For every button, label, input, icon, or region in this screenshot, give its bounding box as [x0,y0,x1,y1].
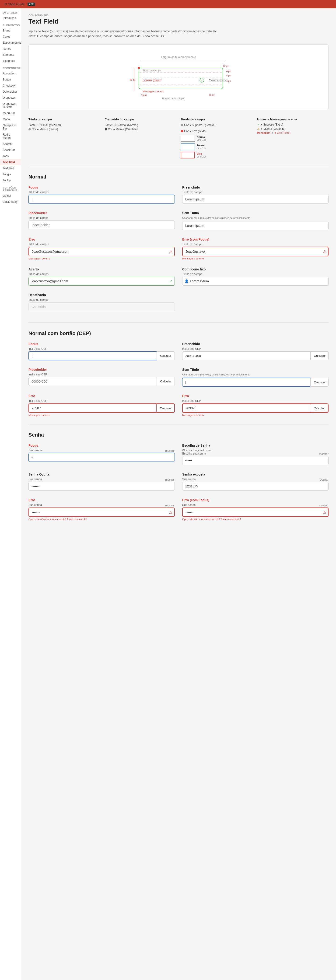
cep-focus-input[interactable] [29,352,156,360]
sidebar-item-menubar[interactable]: Menu Bar [0,110,21,116]
password-choice-show-btn[interactable]: mostrar [319,452,328,456]
sidebar-item-outset[interactable]: Outset [0,193,21,199]
cep-error-right-btn[interactable]: Calcular [310,403,328,413]
field-placeholder: Placeholder Título do campo [29,211,175,230]
cep-placeholder-input[interactable] [29,377,156,386]
svg-text:Largura da tela ou elemento: Largura da tela ou elemento [161,56,196,59]
info-card-border: Borda do campo Cor ● Support-3 (Smoke) C… [181,118,252,158]
password-field-focus: Focus Sua senha mostrar [29,444,175,465]
disabled-label: Desativado [29,293,175,297]
password-choice-input[interactable] [182,456,328,465]
sidebar-item-espacamentos[interactable]: Espaçamentos [0,40,21,46]
error-label: Erro [29,237,175,241]
password-focus-input[interactable] [29,453,175,462]
sidebar-item-textarea[interactable]: Text area [0,165,21,171]
sidebar-item-textfield[interactable]: Text field [0,159,21,165]
password-exposed-hide-btn[interactable]: Ocultar [319,478,328,481]
sidebar-item-cores[interactable]: Cores [0,33,21,40]
border-normal-demo [181,135,195,142]
sidebar-item-radio[interactable]: Radio button [0,132,21,141]
svg-text:4 px: 4 px [226,70,231,73]
password-focus-field-label: Sua senha [29,449,42,452]
sidebar-item-tipografia[interactable]: Tipografia [0,58,21,64]
sidebar-item-navbar[interactable]: Navigation Bar [0,122,21,132]
field-filled: Preenchido Título do campo [182,186,328,204]
error-focus-message: Mensagem de erro [182,257,328,260]
password-hidden-input[interactable] [29,482,175,491]
password-error-focus-input[interactable] [182,508,328,517]
password-error-show-btn[interactable]: mostrar [165,504,175,507]
svg-text:Lorem ipsum: Lorem ipsum [143,78,161,82]
sidebar-item-tabs[interactable]: Tabs [0,153,21,159]
sidebar-item-dropdown[interactable]: Dropdown [0,95,21,101]
sidebar-item-introducao[interactable]: Introdução [0,15,21,21]
field-focus: Focus Título do campo [29,186,175,204]
cep-filled-btn[interactable]: Calcular [311,352,328,360]
divider-normal [29,166,328,166]
focus-input[interactable] [29,195,175,204]
cep-error-right-field-label: Insira seu CEP [182,399,328,402]
divider-cep [29,323,328,323]
cep-field-error-right: Erro Insira seu CEP Calcular Mensagem de… [182,394,328,417]
cep-no-title-input[interactable] [182,378,311,387]
sidebar-item-snackbar[interactable]: SnackBar [0,147,21,153]
password-error-focus-field-label: Sua senha [182,503,196,507]
page-title: Text Field [29,18,328,25]
cep-no-title-btn[interactable]: Calcular [311,378,328,387]
svg-text:Título do campo: Título do campo [143,69,161,72]
icon-input[interactable] [182,277,328,286]
cep-field-no-title: Sem Título Usar aqui título (ou texto) c… [182,368,328,387]
filled-input[interactable] [182,195,328,204]
user-icon: 👤 [185,279,188,283]
placeholder-label: Placeholder [29,211,175,215]
password-error-input[interactable] [29,508,175,517]
sidebar-item-button[interactable]: Button [0,76,21,83]
password-choice-field-label: Escolha sua senha [182,452,206,455]
sidebar-item-toggle[interactable]: Toggle [0,171,21,177]
no-title-label: Sem Título [182,211,328,215]
sidebar-item-modal[interactable]: Modal [0,116,21,122]
cep-focus-btn[interactable]: Calcular [156,352,175,360]
success-field-label: Título do campo [29,272,175,276]
cep-error-right-input[interactable] [182,403,310,413]
sidebar-item-blackfriday[interactable]: BlackFriday [0,199,21,205]
disabled-grid: Desativado Título do campo [29,293,328,311]
error-input[interactable] [29,247,175,256]
main-content: COMPONENTES Text Field Inputs de Texto (… [21,8,336,538]
sidebar-item-brand[interactable]: Brand [0,27,21,33]
svg-text:12 px: 12 px [223,65,228,67]
svg-text:4 px: 4 px [226,74,231,77]
sidebar-item-icones[interactable]: Ícones [0,46,21,52]
sidebar-item-checkbox[interactable]: Checkbox [0,83,21,89]
warning-icon: ⚠ [257,127,260,130]
sidebar-item-tooltip[interactable]: Tooltip [0,177,21,183]
success-input[interactable] [29,277,175,286]
password-exposed-input[interactable] [182,482,328,491]
cep-error-btn[interactable]: Calcular [156,403,175,413]
cep-placeholder-btn[interactable]: Calcular [156,377,175,386]
password-error-focus-show-btn[interactable]: mostrar [319,504,328,507]
sidebar-item-datepicker[interactable]: Date picker [0,89,21,95]
error-focus-input[interactable] [182,247,328,256]
sidebar-section-special: VERSÕES ESPECIAIS [0,183,21,193]
anatomy-diagram: Largura da tela ou elemento 12 px 4 px 4… [34,50,323,104]
cep-fields-grid: Focus Insira seu CEP Calcular Preenchido… [29,342,328,417]
section-password-title: Senha [29,432,328,438]
error-message: Mensagem de erro [29,257,175,260]
password-focus-show-btn[interactable]: mostrar [165,449,175,452]
password-hidden-label: Senha Oculta [29,473,175,476]
placeholder-input[interactable] [29,221,175,229]
cep-filled-input[interactable] [182,352,311,360]
success-label: Acerto [29,267,175,271]
password-hidden-show-btn[interactable]: mostrar [165,478,175,481]
field-error-focus: Erro (com Focus) Título do campo ⚠ Mensa… [182,237,328,260]
info-card-content: Conteúdo do campo Fonte: 16-Normal (Norm… [105,118,177,158]
sidebar-item-dropdown-custom[interactable]: Dropdown Custom [0,101,21,110]
sidebar-item-sombras[interactable]: Sombras [0,52,21,58]
sidebar-item-search[interactable]: Search [0,141,21,147]
no-title-input[interactable] [182,221,328,230]
sidebar-item-accordion[interactable]: Accordion [0,70,21,76]
cep-error-input[interactable] [29,403,156,413]
password-error-label: Erro [29,498,175,502]
cep-focus-label: Focus [29,342,175,346]
